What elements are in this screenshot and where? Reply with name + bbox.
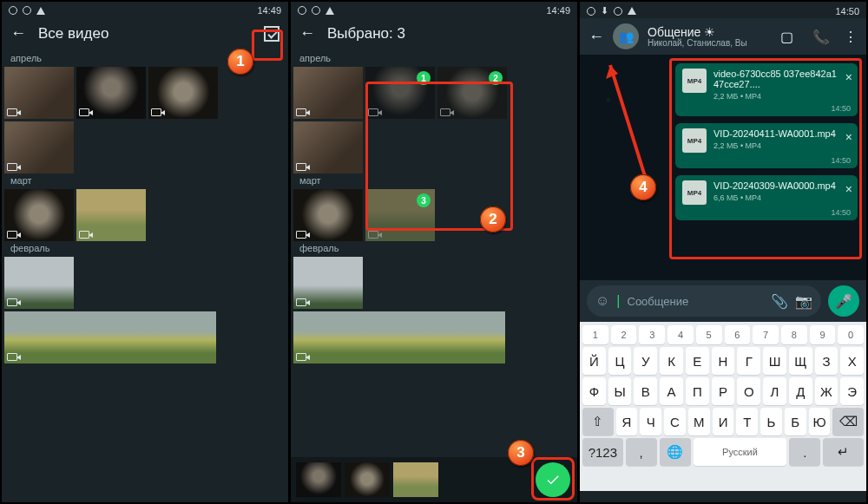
- section-header: февраль: [291, 241, 577, 257]
- key[interactable]: И: [713, 408, 734, 435]
- key[interactable]: Щ: [789, 347, 812, 375]
- enter-key[interactable]: ↵: [823, 438, 864, 466]
- file-message[interactable]: MP4 video-6730cc85 037ee842a147cce27....…: [675, 63, 858, 116]
- message-input[interactable]: ☺ | Сообщение 📎 📷: [587, 285, 821, 317]
- num-key[interactable]: 0: [838, 325, 864, 344]
- status-icon: [9, 6, 17, 15]
- key[interactable]: Э: [840, 377, 864, 405]
- key[interactable]: У: [634, 347, 657, 375]
- key[interactable]: К: [660, 347, 683, 375]
- mic-button[interactable]: 🎤: [828, 285, 859, 317]
- video-thumb[interactable]: [76, 67, 146, 119]
- key[interactable]: Д: [789, 377, 812, 405]
- video-thumb[interactable]: [293, 121, 363, 173]
- status-bar: ⬇ 14:50: [580, 2, 866, 18]
- key[interactable]: Л: [763, 377, 786, 405]
- back-icon[interactable]: ←: [10, 24, 26, 43]
- key[interactable]: В: [634, 377, 657, 405]
- video-thumb[interactable]: [76, 189, 146, 241]
- camera-icon[interactable]: 📷: [795, 293, 812, 310]
- camcorder-icon: [7, 231, 17, 239]
- file-message[interactable]: MP4 VID-20240309-WA0000.mp4 6,6 МБ • MP4…: [675, 175, 858, 220]
- num-key[interactable]: 5: [696, 325, 722, 344]
- camcorder-icon: [296, 353, 306, 361]
- key[interactable]: С: [664, 408, 686, 435]
- camcorder-icon: [368, 108, 378, 116]
- key[interactable]: Ч: [640, 408, 661, 435]
- call-icon[interactable]: 📞: [812, 29, 830, 45]
- video-thumb[interactable]: [4, 257, 74, 309]
- phone-gallery-selected: 14:49 ← Выбрано: 3 апрель 1 2 март 3 фев…: [291, 2, 577, 502]
- input-placeholder: Сообщение: [628, 295, 689, 308]
- video-thumb[interactable]: [4, 67, 74, 119]
- key[interactable]: Ж: [815, 377, 838, 405]
- video-thumb[interactable]: [293, 311, 505, 363]
- num-key[interactable]: 9: [810, 325, 836, 344]
- comma-key[interactable]: ,: [626, 438, 657, 466]
- key[interactable]: О: [737, 377, 760, 405]
- key[interactable]: Г: [737, 347, 760, 375]
- num-key[interactable]: 3: [639, 325, 665, 344]
- camcorder-icon: [79, 108, 89, 116]
- video-thumb[interactable]: [148, 67, 218, 119]
- video-thumb[interactable]: [293, 189, 363, 241]
- group-avatar[interactable]: 👥: [613, 23, 639, 49]
- key[interactable]: Х: [840, 347, 864, 375]
- key[interactable]: З: [815, 347, 838, 375]
- num-key[interactable]: 1: [582, 325, 608, 344]
- key[interactable]: Ь: [760, 408, 782, 435]
- video-thumb[interactable]: [4, 121, 74, 173]
- chat-body: MP4 video-6730cc85 037ee842a147cce27....…: [580, 55, 866, 280]
- multiselect-icon[interactable]: [264, 26, 279, 42]
- numeric-key[interactable]: ?123: [582, 438, 623, 466]
- back-icon[interactable]: ←: [299, 24, 315, 43]
- cancel-upload-icon[interactable]: ×: [845, 70, 852, 84]
- key[interactable]: Ф: [582, 377, 606, 405]
- num-key[interactable]: 7: [753, 325, 779, 344]
- key[interactable]: Т: [736, 408, 758, 435]
- annotation-arrow: [597, 55, 658, 176]
- shift-key[interactable]: ⇧: [582, 408, 614, 435]
- video-thumb[interactable]: [4, 189, 74, 241]
- key[interactable]: Б: [785, 408, 806, 435]
- file-message[interactable]: MP4 VID-20240411-WA0001.mp4 2,2 МБ • MP4…: [675, 123, 858, 168]
- key[interactable]: Ы: [608, 377, 632, 405]
- num-key[interactable]: 6: [725, 325, 751, 344]
- lang-key[interactable]: 🌐: [660, 438, 691, 466]
- key[interactable]: Ц: [608, 347, 632, 375]
- key[interactable]: Ш: [763, 347, 786, 375]
- thumb-grid: 1 2: [291, 67, 577, 173]
- phone-gallery-all: 14:49 ← Все видео 1 апрель март февраль: [2, 2, 288, 502]
- video-thumb[interactable]: [293, 67, 363, 119]
- num-key[interactable]: 4: [667, 325, 694, 344]
- confirm-fab[interactable]: [536, 462, 570, 497]
- back-icon[interactable]: ←: [589, 28, 604, 46]
- space-key[interactable]: Русский: [694, 438, 787, 466]
- videocall-icon[interactable]: ▢: [780, 29, 793, 45]
- key[interactable]: Е: [686, 347, 709, 375]
- video-thumb[interactable]: [293, 257, 363, 309]
- key[interactable]: Ю: [809, 408, 831, 435]
- camcorder-icon: [440, 108, 450, 116]
- strip-thumb[interactable]: [345, 462, 390, 497]
- key[interactable]: Я: [616, 408, 638, 435]
- backspace-key[interactable]: ⌫: [832, 408, 864, 435]
- key[interactable]: М: [688, 408, 710, 435]
- num-key[interactable]: 2: [611, 325, 637, 344]
- menu-icon[interactable]: ⋮: [844, 29, 858, 45]
- key[interactable]: Р: [712, 377, 735, 405]
- attach-icon[interactable]: 📎: [771, 293, 788, 310]
- video-thumb[interactable]: [4, 311, 216, 363]
- key[interactable]: Й: [582, 347, 606, 375]
- dot-key[interactable]: .: [789, 438, 820, 466]
- emoji-icon[interactable]: ☺: [595, 293, 609, 309]
- cancel-upload-icon[interactable]: ×: [845, 182, 852, 196]
- key[interactable]: П: [686, 377, 709, 405]
- num-key[interactable]: 8: [781, 325, 807, 344]
- key[interactable]: Н: [712, 347, 735, 375]
- strip-thumb[interactable]: [296, 462, 341, 497]
- strip-thumb[interactable]: [393, 462, 438, 497]
- key[interactable]: А: [660, 377, 683, 405]
- cancel-upload-icon[interactable]: ×: [845, 130, 852, 144]
- selection-badge: 3: [417, 193, 431, 207]
